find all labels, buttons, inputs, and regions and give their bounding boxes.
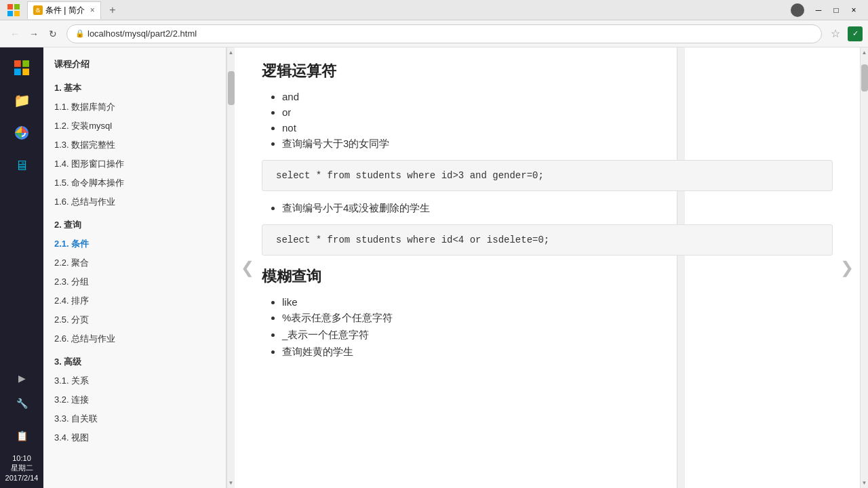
svg-rect-4: [14, 60, 21, 67]
sidebar-item-s32[interactable]: 3.2. 连接: [43, 390, 226, 409]
sidebar-scrollbar[interactable]: ▲ ▼: [226, 47, 235, 488]
svg-rect-6: [14, 68, 21, 75]
taskbar-bottom-icon1[interactable]: ▶: [14, 371, 29, 386]
main-content: ❮ 逻辑运算符 and or not 查询编号大于3的女同学 select * …: [235, 47, 860, 488]
taskbar-bottom-icon3[interactable]: 📋: [7, 421, 37, 451]
sidebar: 课程介绍 1. 基本1.1. 数据库简介1.2. 安装mysql1.3. 数据完…: [43, 47, 226, 488]
addressbar: ← → ↻ 🔒 localhost/mysql/part2/2.html ☆ ✓: [0, 20, 868, 47]
sidebar-item-s15[interactable]: 1.5. 命令脚本操作: [43, 174, 226, 192]
list-item: 查询编号大于3的女同学: [282, 138, 833, 150]
url-text: localhost/mysql/part2/2.html: [87, 28, 197, 39]
minimize-button[interactable]: ─: [810, 1, 827, 19]
tab-label: 条件 | 简介: [45, 5, 85, 16]
prev-page-arrow[interactable]: ❮: [237, 251, 258, 285]
svg-rect-3: [14, 11, 20, 16]
svg-rect-5: [22, 60, 29, 67]
shield-icon: ✓: [848, 26, 863, 41]
browser-tab[interactable]: 条 条件 | 简介 ×: [27, 1, 101, 19]
content-scrollbar[interactable]: ▲ ▼: [860, 47, 868, 488]
taskbar-bottom-icon2[interactable]: 🔧: [7, 388, 37, 418]
code-block-1: select * from students where id>3 and ge…: [262, 160, 833, 191]
tab-favicon: 条: [33, 5, 43, 15]
sidebar-item-s12[interactable]: 1.2. 安装mysql: [43, 117, 226, 136]
list-item: 查询编号小于4或没被删除的学生: [282, 202, 833, 215]
back-button[interactable]: ←: [5, 24, 24, 43]
next-page-arrow[interactable]: ❯: [837, 251, 857, 285]
bookmark-star-icon[interactable]: ☆: [826, 24, 845, 43]
maximize-button[interactable]: □: [827, 1, 845, 19]
section2-title: 模糊查询: [262, 266, 833, 287]
sidebar-item-s22[interactable]: 2.2. 聚合: [43, 253, 226, 272]
list-item: _表示一个任意字符: [282, 329, 833, 342]
sidebar-item-s21[interactable]: 2.1. 条件: [43, 235, 226, 253]
taskbar-chrome-icon[interactable]: [7, 118, 37, 148]
list-item: or: [282, 106, 833, 118]
forward-button[interactable]: →: [24, 24, 43, 43]
os-taskbar: 📁 🖥 ▶ 🔧: [0, 47, 43, 488]
refresh-button[interactable]: ↻: [43, 24, 62, 43]
content-scroll-down[interactable]: ▼: [860, 478, 868, 488]
section1-list: and or not 查询编号大于3的女同学: [262, 91, 833, 150]
code-block-2: select * from students where id<4 or isd…: [262, 224, 833, 256]
sidebar-item-s3[interactable]: 3. 高级: [43, 352, 226, 371]
section1-title: 逻辑运算符: [262, 61, 833, 81]
titlebar: 条 条件 | 简介 × + ─ □ ×: [0, 0, 868, 20]
svg-rect-2: [7, 11, 13, 16]
user-avatar: [791, 3, 804, 17]
sidebar-item-s1[interactable]: 1. 基本: [43, 79, 226, 98]
list-item: not: [282, 122, 833, 134]
taskbar-folder-icon[interactable]: 📁: [7, 85, 37, 115]
sidebar-item-s14[interactable]: 1.4. 图形窗口操作: [43, 155, 226, 174]
content-scroll-up[interactable]: ▲: [860, 47, 868, 58]
system-clock: 10:10 星期二 2017/2/14: [5, 453, 39, 483]
list-item: 查询姓黄的学生: [282, 346, 833, 359]
svg-rect-7: [22, 68, 29, 75]
new-tab-button[interactable]: +: [104, 1, 121, 19]
sidebar-item-s24[interactable]: 2.4. 排序: [43, 291, 226, 310]
scroll-thumb[interactable]: [228, 71, 235, 105]
tab-close-button[interactable]: ×: [90, 5, 95, 15]
sidebar-item-s16[interactable]: 1.6. 总结与作业: [43, 192, 226, 211]
sidebar-item-s31[interactable]: 3.1. 关系: [43, 371, 226, 390]
sidebar-item-s2[interactable]: 2. 查询: [43, 216, 226, 235]
list-item: like: [282, 296, 833, 308]
sidebar-item-s25[interactable]: 2.5. 分页: [43, 310, 226, 329]
sidebar-item-s34[interactable]: 3.4. 视图: [43, 428, 226, 447]
sidebar-header: 课程介绍: [43, 54, 226, 75]
list-item: and: [282, 91, 833, 102]
svg-rect-0: [7, 4, 13, 9]
list-item: %表示任意多个任意字符: [282, 312, 833, 325]
section1-list2: 查询编号小于4或没被删除的学生: [262, 202, 833, 215]
svg-rect-1: [14, 4, 20, 9]
sidebar-item-s23[interactable]: 2.3. 分组: [43, 272, 226, 291]
lock-icon: 🔒: [75, 29, 85, 38]
sidebar-item-s11[interactable]: 1.1. 数据库简介: [43, 98, 226, 117]
sidebar-item-s26[interactable]: 2.6. 总结与作业: [43, 329, 226, 348]
section2-list: like %表示任意多个任意字符 _表示一个任意字符 查询姓黄的学生: [262, 296, 833, 359]
taskbar-windows-icon[interactable]: [7, 53, 37, 83]
close-button[interactable]: ×: [845, 1, 863, 19]
address-box[interactable]: 🔒 localhost/mysql/part2/2.html: [66, 24, 822, 43]
browser-content: 📁 🖥 ▶ 🔧: [0, 47, 868, 488]
sidebar-item-s33[interactable]: 3.3. 自关联: [43, 409, 226, 428]
sidebar-item-s13[interactable]: 1.3. 数据完整性: [43, 136, 226, 155]
taskbar-monitor-icon[interactable]: 🖥: [7, 150, 37, 180]
content-scroll-thumb[interactable]: [861, 64, 868, 92]
windows-logo-icon: [5, 2, 22, 18]
